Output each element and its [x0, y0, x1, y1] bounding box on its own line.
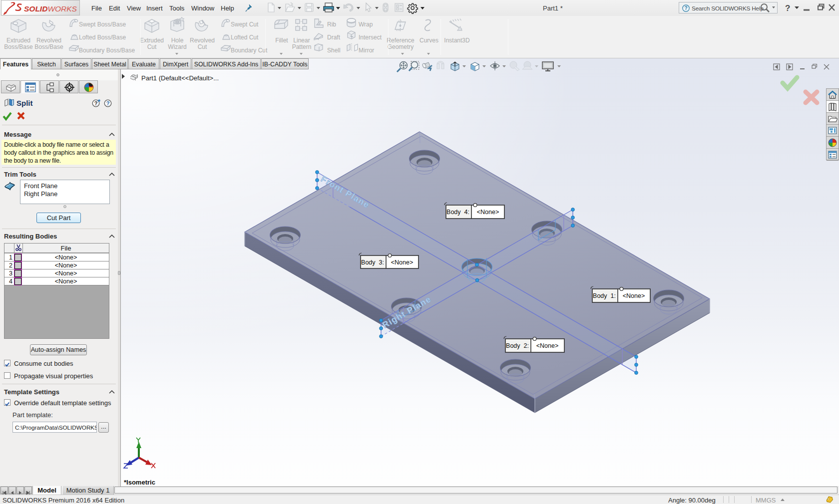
svg-text:?: ? — [785, 3, 790, 13]
svg-text:Body 1:: Body 1: — [593, 292, 616, 299]
svg-text:Body 3:: Body 3: — [361, 259, 384, 266]
svg-text:?: ? — [94, 100, 98, 106]
svg-text:?: ? — [106, 100, 110, 106]
svg-text:<None>: <None> — [623, 292, 645, 299]
svg-text:?: ? — [684, 5, 687, 11]
svg-text:*Isometric: *Isometric — [124, 479, 155, 486]
svg-text:<None>: <None> — [477, 209, 499, 216]
svg-text:Body 2:: Body 2: — [506, 342, 529, 349]
svg-text:<None>: <None> — [391, 259, 413, 266]
svg-text:Body 4:: Body 4: — [446, 209, 469, 216]
svg-text:<None>: <None> — [536, 342, 558, 349]
